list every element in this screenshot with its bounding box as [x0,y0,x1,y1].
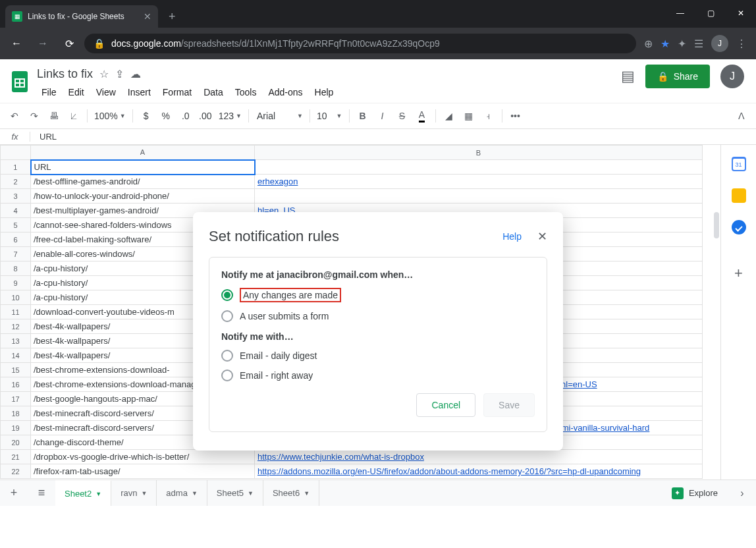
fill-color-button[interactable]: ◢ [440,107,458,125]
menu-tools[interactable]: Tools [230,84,261,100]
browser-tab[interactable]: ▦ Links to fix - Google Sheets ✕ [5,5,158,28]
cell-B1[interactable] [255,160,703,175]
sheet-tab-sheet5[interactable]: Sheet5▼ [207,480,263,506]
row-header-13[interactable]: 13 [1,334,31,348]
row-header-14[interactable]: 14 [1,348,31,363]
increase-decimal-button[interactable]: .00 [196,107,215,125]
borders-button[interactable]: ▦ [460,107,478,125]
cell-A2[interactable]: /best-offline-games-android/ [31,175,255,189]
window-minimize[interactable]: — [665,0,695,26]
format-percent-button[interactable]: % [157,107,175,125]
window-close[interactable]: ✕ [726,0,756,26]
bold-button[interactable]: B [354,107,372,125]
font-size-select[interactable]: 10▼ [314,107,345,125]
row-header-8[interactable]: 8 [1,261,31,276]
row-header-18[interactable]: 18 [1,406,31,421]
cancel-button[interactable]: Cancel [416,393,475,417]
font-family-select[interactable]: Arial▼ [253,107,306,125]
all-sheets-button[interactable]: ≡ [28,480,55,506]
row-header-16[interactable]: 16 [1,377,31,392]
sheet-tab-menu-icon[interactable]: ▼ [192,490,198,497]
row-header-5[interactable]: 5 [1,218,31,233]
menu-format[interactable]: Format [158,84,196,100]
strikethrough-button[interactable]: S [393,107,412,125]
dialog-close-icon[interactable]: ✕ [537,229,547,244]
nav-forward-button[interactable]: → [32,32,54,55]
add-sheet-button[interactable]: + [0,480,28,506]
star-icon[interactable]: ☆ [99,68,109,80]
extensions-icon[interactable]: ✦ [678,38,686,50]
menu-file[interactable]: File [37,84,61,100]
browser-menu-icon[interactable]: ⋮ [736,38,747,50]
decrease-decimal-button[interactable]: .0 [176,107,195,125]
column-header-B[interactable]: B [255,146,703,160]
sheet-tab-adma[interactable]: adma▼ [157,480,207,506]
comments-icon[interactable]: ▤ [621,68,635,85]
column-header-A[interactable]: A [31,146,255,160]
paint-format-button[interactable]: ⟀ [65,107,83,125]
option-right-away[interactable]: Email - right away [221,370,535,381]
toolbar-more-button[interactable]: ••• [506,107,525,125]
cell-B22[interactable]: https://addons.mozilla.org/en-US/firefox… [255,464,703,479]
sheet-tab-ravn[interactable]: ravn▼ [111,480,157,506]
row-header-19[interactable]: 19 [1,421,31,435]
undo-button[interactable]: ↶ [5,107,24,125]
menu-data[interactable]: Data [199,84,228,100]
sheet-tab-menu-icon[interactable]: ▼ [248,490,254,497]
cloud-status-icon[interactable]: ☁ [130,68,141,80]
cell-A3[interactable]: /how-to-unlock-your-android-phone/ [31,189,255,204]
number-format-select[interactable]: 123▼ [216,107,244,125]
sheets-logo-icon[interactable] [7,65,33,99]
menu-edit[interactable]: Edit [64,84,89,100]
calendar-addon-icon[interactable] [732,157,746,171]
sheet-nav-right-button[interactable]: › [728,487,756,499]
explore-button[interactable]: Explore [661,487,728,499]
row-header-6[interactable]: 6 [1,233,31,247]
keep-addon-icon[interactable] [732,188,746,203]
cell-B3[interactable] [255,189,703,204]
browser-profile-avatar[interactable]: J [711,35,728,52]
row-header-22[interactable]: 22 [1,464,31,479]
bookmark-star-icon[interactable]: ★ [661,38,670,50]
row-header-20[interactable]: 20 [1,435,31,450]
cell-B2[interactable]: erhexagon [255,175,703,189]
row-header-11[interactable]: 11 [1,305,31,319]
option-daily-digest[interactable]: Email - daily digest [221,350,535,362]
sheet-tab-sheet6[interactable]: Sheet6▼ [263,480,319,506]
sheet-tab-sheet2[interactable]: Sheet2▼ [55,480,111,506]
row-header-1[interactable]: 1 [1,160,31,175]
doc-title[interactable]: Links to fix [37,67,93,81]
row-header-2[interactable]: 2 [1,175,31,189]
row-header-17[interactable]: 17 [1,392,31,406]
italic-button[interactable]: I [373,107,392,125]
formula-input[interactable]: URL [30,132,57,142]
share-button[interactable]: 🔒 Share [645,65,710,88]
select-all-cell[interactable] [1,146,31,160]
account-avatar[interactable]: J [720,65,744,88]
text-color-button[interactable]: A [413,107,431,125]
row-header-21[interactable]: 21 [1,450,31,464]
dialog-help-link[interactable]: Help [502,231,522,242]
new-tab-button[interactable]: + [158,5,186,28]
menu-insert[interactable]: Insert [123,84,155,100]
cell-B21[interactable]: https://www.techjunkie.com/what-is-dropb… [255,450,703,464]
cell-A21[interactable]: /dropbox-vs-google-drive-which-is-better… [31,450,255,464]
nav-back-button[interactable]: ← [5,32,28,55]
zoom-select[interactable]: 100%▼ [92,107,128,125]
sheet-tab-menu-icon[interactable]: ▼ [95,491,101,497]
row-header-3[interactable]: 3 [1,189,31,204]
print-button[interactable]: 🖶 [45,107,63,125]
window-maximize[interactable]: ▢ [695,0,726,26]
sheet-tab-menu-icon[interactable]: ▼ [141,490,147,497]
merge-cells-button[interactable]: ⫞ [479,107,498,125]
sheet-tab-menu-icon[interactable]: ▼ [304,490,310,497]
row-header-10[interactable]: 10 [1,290,31,305]
tasks-addon-icon[interactable] [732,220,746,234]
row-header-7[interactable]: 7 [1,247,31,261]
tab-close-icon[interactable]: ✕ [144,11,151,22]
save-button[interactable]: Save [483,393,535,417]
vertical-scrollbar[interactable] [714,212,719,238]
get-addons-button[interactable]: + [734,265,743,282]
zoom-icon[interactable]: ⊕ [644,38,653,50]
menu-add-ons[interactable]: Add-ons [263,84,307,100]
